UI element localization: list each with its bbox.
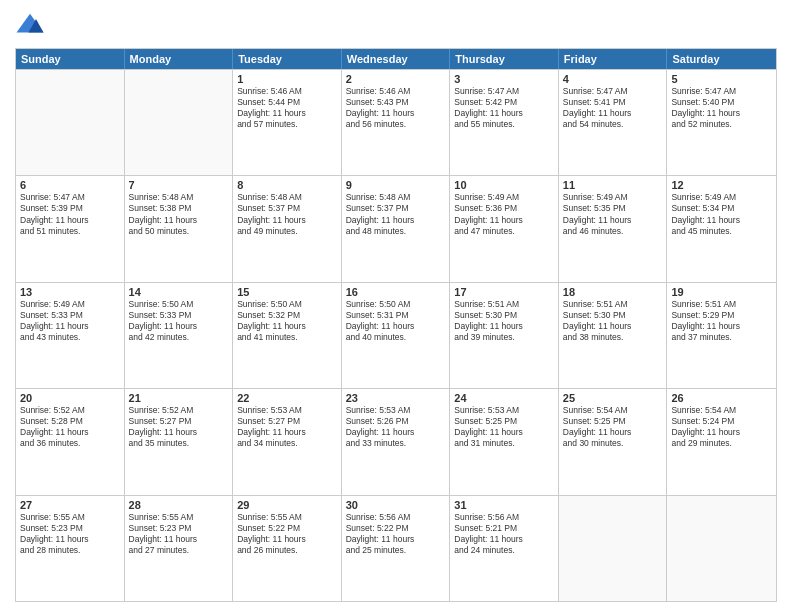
cal-cell: 25Sunrise: 5:54 AM Sunset: 5:25 PM Dayli… bbox=[559, 389, 668, 494]
day-number: 28 bbox=[129, 499, 229, 511]
cal-cell: 29Sunrise: 5:55 AM Sunset: 5:22 PM Dayli… bbox=[233, 496, 342, 601]
day-info: Sunrise: 5:52 AM Sunset: 5:27 PM Dayligh… bbox=[129, 405, 229, 449]
cal-cell: 13Sunrise: 5:49 AM Sunset: 5:33 PM Dayli… bbox=[16, 283, 125, 388]
week-row-0: 1Sunrise: 5:46 AM Sunset: 5:44 PM Daylig… bbox=[16, 69, 776, 175]
day-number: 29 bbox=[237, 499, 337, 511]
cal-cell: 3Sunrise: 5:47 AM Sunset: 5:42 PM Daylig… bbox=[450, 70, 559, 175]
cal-cell: 1Sunrise: 5:46 AM Sunset: 5:44 PM Daylig… bbox=[233, 70, 342, 175]
cal-cell: 30Sunrise: 5:56 AM Sunset: 5:22 PM Dayli… bbox=[342, 496, 451, 601]
cal-cell: 22Sunrise: 5:53 AM Sunset: 5:27 PM Dayli… bbox=[233, 389, 342, 494]
cal-cell bbox=[16, 70, 125, 175]
day-info: Sunrise: 5:47 AM Sunset: 5:40 PM Dayligh… bbox=[671, 86, 772, 130]
week-row-1: 6Sunrise: 5:47 AM Sunset: 5:39 PM Daylig… bbox=[16, 175, 776, 281]
day-number: 25 bbox=[563, 392, 663, 404]
day-info: Sunrise: 5:52 AM Sunset: 5:28 PM Dayligh… bbox=[20, 405, 120, 449]
day-number: 26 bbox=[671, 392, 772, 404]
day-info: Sunrise: 5:49 AM Sunset: 5:36 PM Dayligh… bbox=[454, 192, 554, 236]
day-info: Sunrise: 5:49 AM Sunset: 5:35 PM Dayligh… bbox=[563, 192, 663, 236]
header-tuesday: Tuesday bbox=[233, 49, 342, 69]
day-info: Sunrise: 5:51 AM Sunset: 5:30 PM Dayligh… bbox=[454, 299, 554, 343]
cal-cell bbox=[125, 70, 234, 175]
week-row-2: 13Sunrise: 5:49 AM Sunset: 5:33 PM Dayli… bbox=[16, 282, 776, 388]
logo-icon bbox=[15, 10, 45, 40]
cal-cell: 31Sunrise: 5:56 AM Sunset: 5:21 PM Dayli… bbox=[450, 496, 559, 601]
header bbox=[15, 10, 777, 40]
day-number: 6 bbox=[20, 179, 120, 191]
week-row-4: 27Sunrise: 5:55 AM Sunset: 5:23 PM Dayli… bbox=[16, 495, 776, 601]
day-number: 14 bbox=[129, 286, 229, 298]
week-row-3: 20Sunrise: 5:52 AM Sunset: 5:28 PM Dayli… bbox=[16, 388, 776, 494]
cal-cell: 12Sunrise: 5:49 AM Sunset: 5:34 PM Dayli… bbox=[667, 176, 776, 281]
day-number: 24 bbox=[454, 392, 554, 404]
day-number: 20 bbox=[20, 392, 120, 404]
day-number: 9 bbox=[346, 179, 446, 191]
day-number: 4 bbox=[563, 73, 663, 85]
cal-cell: 27Sunrise: 5:55 AM Sunset: 5:23 PM Dayli… bbox=[16, 496, 125, 601]
day-info: Sunrise: 5:54 AM Sunset: 5:25 PM Dayligh… bbox=[563, 405, 663, 449]
day-info: Sunrise: 5:55 AM Sunset: 5:23 PM Dayligh… bbox=[129, 512, 229, 556]
day-info: Sunrise: 5:50 AM Sunset: 5:32 PM Dayligh… bbox=[237, 299, 337, 343]
day-number: 23 bbox=[346, 392, 446, 404]
day-number: 11 bbox=[563, 179, 663, 191]
day-info: Sunrise: 5:53 AM Sunset: 5:26 PM Dayligh… bbox=[346, 405, 446, 449]
cal-cell: 9Sunrise: 5:48 AM Sunset: 5:37 PM Daylig… bbox=[342, 176, 451, 281]
day-number: 21 bbox=[129, 392, 229, 404]
day-info: Sunrise: 5:47 AM Sunset: 5:39 PM Dayligh… bbox=[20, 192, 120, 236]
cal-cell: 7Sunrise: 5:48 AM Sunset: 5:38 PM Daylig… bbox=[125, 176, 234, 281]
day-info: Sunrise: 5:49 AM Sunset: 5:34 PM Dayligh… bbox=[671, 192, 772, 236]
day-info: Sunrise: 5:51 AM Sunset: 5:30 PM Dayligh… bbox=[563, 299, 663, 343]
day-info: Sunrise: 5:56 AM Sunset: 5:22 PM Dayligh… bbox=[346, 512, 446, 556]
cal-cell: 16Sunrise: 5:50 AM Sunset: 5:31 PM Dayli… bbox=[342, 283, 451, 388]
cal-cell: 26Sunrise: 5:54 AM Sunset: 5:24 PM Dayli… bbox=[667, 389, 776, 494]
day-info: Sunrise: 5:47 AM Sunset: 5:41 PM Dayligh… bbox=[563, 86, 663, 130]
page: SundayMondayTuesdayWednesdayThursdayFrid… bbox=[0, 0, 792, 612]
cal-cell: 28Sunrise: 5:55 AM Sunset: 5:23 PM Dayli… bbox=[125, 496, 234, 601]
calendar-header: SundayMondayTuesdayWednesdayThursdayFrid… bbox=[16, 49, 776, 69]
day-info: Sunrise: 5:50 AM Sunset: 5:33 PM Dayligh… bbox=[129, 299, 229, 343]
day-info: Sunrise: 5:50 AM Sunset: 5:31 PM Dayligh… bbox=[346, 299, 446, 343]
day-number: 13 bbox=[20, 286, 120, 298]
header-wednesday: Wednesday bbox=[342, 49, 451, 69]
calendar: SundayMondayTuesdayWednesdayThursdayFrid… bbox=[15, 48, 777, 602]
day-info: Sunrise: 5:53 AM Sunset: 5:27 PM Dayligh… bbox=[237, 405, 337, 449]
header-sunday: Sunday bbox=[16, 49, 125, 69]
cal-cell: 18Sunrise: 5:51 AM Sunset: 5:30 PM Dayli… bbox=[559, 283, 668, 388]
calendar-body: 1Sunrise: 5:46 AM Sunset: 5:44 PM Daylig… bbox=[16, 69, 776, 601]
logo bbox=[15, 10, 47, 40]
header-saturday: Saturday bbox=[667, 49, 776, 69]
cal-cell: 17Sunrise: 5:51 AM Sunset: 5:30 PM Dayli… bbox=[450, 283, 559, 388]
cal-cell: 10Sunrise: 5:49 AM Sunset: 5:36 PM Dayli… bbox=[450, 176, 559, 281]
cal-cell: 15Sunrise: 5:50 AM Sunset: 5:32 PM Dayli… bbox=[233, 283, 342, 388]
day-number: 19 bbox=[671, 286, 772, 298]
day-number: 22 bbox=[237, 392, 337, 404]
day-number: 27 bbox=[20, 499, 120, 511]
day-info: Sunrise: 5:46 AM Sunset: 5:43 PM Dayligh… bbox=[346, 86, 446, 130]
day-info: Sunrise: 5:48 AM Sunset: 5:37 PM Dayligh… bbox=[346, 192, 446, 236]
header-friday: Friday bbox=[559, 49, 668, 69]
day-number: 31 bbox=[454, 499, 554, 511]
day-number: 10 bbox=[454, 179, 554, 191]
cal-cell: 23Sunrise: 5:53 AM Sunset: 5:26 PM Dayli… bbox=[342, 389, 451, 494]
cal-cell: 2Sunrise: 5:46 AM Sunset: 5:43 PM Daylig… bbox=[342, 70, 451, 175]
day-number: 1 bbox=[237, 73, 337, 85]
cal-cell: 5Sunrise: 5:47 AM Sunset: 5:40 PM Daylig… bbox=[667, 70, 776, 175]
day-number: 16 bbox=[346, 286, 446, 298]
day-number: 30 bbox=[346, 499, 446, 511]
day-number: 12 bbox=[671, 179, 772, 191]
day-number: 15 bbox=[237, 286, 337, 298]
cal-cell: 14Sunrise: 5:50 AM Sunset: 5:33 PM Dayli… bbox=[125, 283, 234, 388]
cal-cell: 8Sunrise: 5:48 AM Sunset: 5:37 PM Daylig… bbox=[233, 176, 342, 281]
cal-cell: 21Sunrise: 5:52 AM Sunset: 5:27 PM Dayli… bbox=[125, 389, 234, 494]
day-info: Sunrise: 5:55 AM Sunset: 5:23 PM Dayligh… bbox=[20, 512, 120, 556]
cal-cell: 24Sunrise: 5:53 AM Sunset: 5:25 PM Dayli… bbox=[450, 389, 559, 494]
day-number: 17 bbox=[454, 286, 554, 298]
day-number: 7 bbox=[129, 179, 229, 191]
day-info: Sunrise: 5:54 AM Sunset: 5:24 PM Dayligh… bbox=[671, 405, 772, 449]
header-monday: Monday bbox=[125, 49, 234, 69]
day-info: Sunrise: 5:55 AM Sunset: 5:22 PM Dayligh… bbox=[237, 512, 337, 556]
cal-cell bbox=[667, 496, 776, 601]
day-info: Sunrise: 5:47 AM Sunset: 5:42 PM Dayligh… bbox=[454, 86, 554, 130]
day-info: Sunrise: 5:56 AM Sunset: 5:21 PM Dayligh… bbox=[454, 512, 554, 556]
cal-cell: 19Sunrise: 5:51 AM Sunset: 5:29 PM Dayli… bbox=[667, 283, 776, 388]
day-number: 8 bbox=[237, 179, 337, 191]
